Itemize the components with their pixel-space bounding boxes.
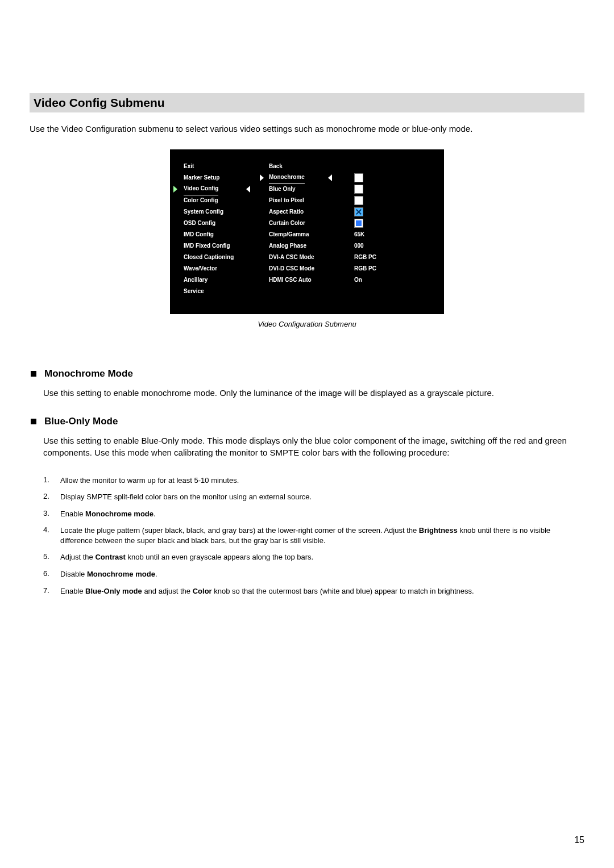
square-bullet-icon (31, 371, 36, 377)
osd-left-item: IMD Fixed Config (184, 240, 230, 252)
subsection-heading: Monochrome Mode (44, 368, 133, 379)
osd-row: ExitBack (184, 161, 428, 172)
osd-row: IMD ConfigCtemp/Gamma65K (184, 229, 428, 240)
osd-left-col: OSD Config (184, 218, 269, 229)
list-item: 5.Adjust the Contrast knob until an even… (43, 552, 584, 562)
osd-mid-item: DVI-D CSC Mode (269, 263, 314, 274)
osd-row: Color ConfigPixel to Pixel (184, 195, 428, 206)
osd-mid-col: DVI-D CSC Mode (269, 263, 354, 274)
page-number: 15 (574, 835, 584, 845)
osd-mid-item: Aspect Ratio (269, 206, 304, 218)
osd-value-col: RGB PC (354, 252, 405, 263)
osd-left-item: Marker Setup (184, 172, 219, 183)
osd-value-col (354, 183, 405, 195)
list-item-text: Allow the monitor to warm up for at leas… (60, 475, 584, 486)
osd-left-col: IMD Fixed Config (184, 240, 269, 252)
list-item: 2.Display SMPTE split-field color bars o… (43, 492, 584, 502)
osd-value-col: 65K (354, 229, 405, 240)
list-item: 1.Allow the monitor to warm up for at le… (43, 475, 584, 486)
osd-row: OSD ConfigCurtain Color (184, 218, 428, 229)
list-item: 7.Enable Blue-Only mode and adjust the C… (43, 586, 584, 596)
osd-row: Service (184, 286, 428, 297)
osd-value-col (354, 172, 405, 183)
osd-left-item: Closed Captioning (184, 252, 234, 263)
section-heading-bar: Video Config Submenu (30, 93, 584, 112)
osd-value-text: On (354, 274, 362, 286)
osd-left-col: Marker Setup (184, 172, 269, 183)
osd-row: Video ConfigBlue Only (184, 183, 428, 195)
osd-mid-col: Aspect Ratio (269, 206, 354, 218)
osd-left-col: Exit (184, 161, 269, 172)
checkbox-icon (354, 196, 363, 205)
osd-left-item: Wave/Vector (184, 263, 217, 274)
procedure-list: 1.Allow the monitor to warm up for at le… (43, 475, 584, 596)
osd-value-col (354, 206, 405, 218)
osd-left-col: Video Config (184, 183, 269, 195)
list-item: 3.Enable Monochrome mode. (43, 509, 584, 519)
osd-left-col: Service (184, 286, 269, 297)
osd-value-col: RGB PC (354, 263, 405, 274)
osd-left-item: Ancillary (184, 274, 208, 286)
osd-left-col: Ancillary (184, 274, 269, 286)
osd-mid-item: DVI-A CSC Mode (269, 252, 314, 263)
osd-left-item: System Config (184, 206, 223, 218)
osd-value-text: RGB PC (354, 263, 376, 274)
checkbox-icon (354, 185, 363, 194)
osd-value-text: RGB PC (354, 252, 376, 263)
subsection-body: Use this setting to enable monochrome mo… (43, 387, 584, 399)
osd-value-text: 65K (354, 229, 364, 240)
osd-mid-col: Analog Phase (269, 240, 354, 252)
triangle-left-icon (246, 186, 250, 193)
osd-row: Marker SetupMonochrome (184, 172, 428, 183)
checkbox-icon (354, 173, 363, 182)
triangle-right-icon (173, 186, 177, 193)
triangle-right-icon (260, 174, 264, 181)
osd-left-item: IMD Config (184, 229, 214, 240)
list-item-text: Enable Blue-Only mode and adjust the Col… (60, 586, 584, 596)
list-item-text: Locate the pluge pattern (super black, b… (60, 525, 584, 545)
osd-left-col: Wave/Vector (184, 263, 269, 274)
list-item-number: 1. (43, 475, 60, 484)
osd-value-col (354, 161, 405, 172)
osd-mid-col: Curtain Color (269, 218, 354, 229)
osd-left-col: Closed Captioning (184, 252, 269, 263)
osd-mid-col: Back (269, 161, 354, 172)
list-item-number: 2. (43, 492, 60, 500)
list-item-text: Disable Monochrome mode. (60, 569, 584, 579)
list-item-text: Adjust the Contrast knob until an even g… (60, 552, 584, 562)
osd-row: AncillaryHDMI CSC AutoOn (184, 274, 428, 286)
osd-mid-col: DVI-A CSC Mode (269, 252, 354, 263)
list-item-number: 6. (43, 569, 60, 578)
subsection-heading: Blue-Only Mode (44, 416, 118, 427)
osd-value-col (354, 286, 405, 297)
osd-row: Closed CaptioningDVI-A CSC ModeRGB PC (184, 252, 428, 263)
subsection-heading-row: Monochrome Mode (30, 368, 584, 379)
osd-left-col: Color Config (184, 195, 269, 206)
list-item-number: 7. (43, 586, 60, 595)
osd-menu-screenshot: ExitBackMarker SetupMonochromeVideo Conf… (170, 149, 444, 314)
list-item-text: Enable Monochrome mode. (60, 509, 584, 519)
list-item-text: Display SMPTE split-field color bars on … (60, 492, 584, 502)
checkbox-icon (354, 207, 363, 216)
triangle-left-icon (328, 174, 332, 181)
osd-left-item: Color Config (184, 195, 218, 206)
osd-left-col: System Config (184, 206, 269, 218)
osd-left-item: Exit (184, 161, 194, 172)
osd-row: System ConfigAspect Ratio (184, 206, 428, 218)
subsection-heading-row: Blue-Only Mode (30, 416, 584, 427)
figure-caption: Video Configuration Submenu (258, 320, 356, 328)
osd-value-text: 000 (354, 240, 364, 252)
osd-mid-col: Monochrome (269, 172, 354, 183)
osd-left-col: IMD Config (184, 229, 269, 240)
list-item-number: 3. (43, 509, 60, 518)
osd-mid-item: Back (269, 161, 283, 172)
osd-value-col (354, 195, 405, 206)
osd-mid-item: HDMI CSC Auto (269, 274, 312, 286)
osd-mid-item-selected: Monochrome (269, 172, 305, 184)
osd-mid-col: Blue Only (269, 183, 354, 195)
osd-mid-item: Analog Phase (269, 240, 306, 252)
osd-left-item: OSD Config (184, 218, 215, 229)
osd-mid-item: Blue Only (269, 183, 296, 195)
osd-mid-item: Ctemp/Gamma (269, 229, 309, 240)
osd-mid-col: Ctemp/Gamma (269, 229, 354, 240)
